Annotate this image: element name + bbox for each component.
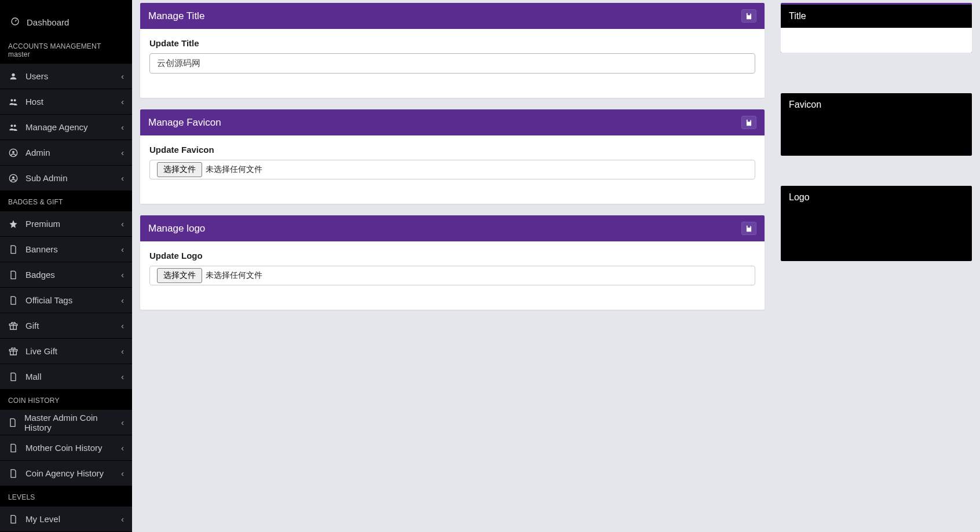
save-favicon-button[interactable] [741, 116, 756, 129]
chevron-left-icon: ‹ [121, 372, 124, 381]
section-header-badges: BADGES & GIFT [0, 191, 132, 211]
sidebar-item-premium[interactable]: Premium ‹ [0, 211, 132, 237]
preview-title: Title [781, 3, 972, 53]
sidebar-item-sub-admin[interactable]: Sub Admin ‹ [0, 166, 132, 191]
sidebar-item-label: My Level [25, 514, 60, 524]
sidebar-item-host[interactable]: Host ‹ [0, 89, 132, 115]
section-header-coin: COIN HISTORY [0, 390, 132, 410]
main-content: Manage Title Update Title Manage Favicon… [132, 0, 980, 532]
sidebar-item-official-tags[interactable]: Official Tags ‹ [0, 288, 132, 313]
preview-logo: Logo [781, 186, 972, 261]
sidebar-item-label: Manage Agency [25, 122, 88, 132]
sidebar-item-label: Admin [25, 148, 50, 157]
doc-icon [8, 372, 19, 381]
sidebar-item-label: Live Gift [25, 346, 57, 356]
sidebar-item-banners[interactable]: Banners ‹ [0, 237, 132, 262]
label-update-logo: Update Logo [149, 251, 755, 261]
sidebar-item-manage-agency[interactable]: Manage Agency ‹ [0, 115, 132, 140]
label-update-favicon: Update Favicon [149, 145, 755, 155]
save-icon [745, 119, 753, 127]
chevron-left-icon: ‹ [121, 321, 124, 331]
sidebar-item-label: Mother Coin History [25, 443, 103, 453]
dashboard-icon [10, 17, 20, 28]
save-title-button[interactable] [741, 9, 756, 23]
chevron-left-icon: ‹ [121, 173, 124, 183]
logo-choose-file-button[interactable]: 选择文件 [157, 268, 202, 283]
panel-title: Manage Favicon [148, 117, 221, 129]
sidebar-item-label: Users [25, 71, 48, 81]
chevron-left-icon: ‹ [121, 97, 124, 107]
chevron-left-icon: ‹ [121, 295, 124, 305]
users-icon [8, 123, 19, 132]
chevron-left-icon: ‹ [121, 244, 124, 254]
panel-manage-logo: Manage logo Update Logo 选择文件 未选择任何文件 [140, 215, 765, 310]
chevron-left-icon: ‹ [121, 346, 124, 356]
sidebar-item-my-level[interactable]: My Level ‹ [0, 507, 132, 532]
doc-icon [8, 245, 19, 254]
sidebar-item-master-admin-coin-history[interactable]: Master Admin Coin History ‹ [0, 410, 132, 435]
sidebar-item-users[interactable]: Users ‹ [0, 64, 132, 89]
sidebar-item-label: Host [25, 97, 43, 107]
circle-user-icon [8, 174, 19, 183]
panel-title: Manage logo [148, 223, 205, 234]
preview-favicon-header: Favicon [781, 93, 972, 116]
preview-title-header: Title [781, 5, 972, 28]
doc-icon [8, 270, 19, 280]
preview-title-body [781, 28, 972, 53]
preview-logo-header: Logo [781, 186, 972, 209]
sidebar-item-label: Master Admin Coin History [24, 413, 114, 432]
sidebar-item-mother-coin-history[interactable]: Mother Coin History ‹ [0, 435, 132, 461]
doc-icon [8, 418, 17, 427]
star-icon [8, 219, 19, 229]
sidebar-item-admin[interactable]: Admin ‹ [0, 140, 132, 166]
sidebar-item-label: Coin Agency History [25, 468, 104, 478]
section-header-levels: LEVELS [0, 486, 132, 507]
favicon-choose-file-button[interactable]: 选择文件 [157, 162, 202, 177]
sidebar-item-label: Official Tags [25, 295, 72, 305]
chevron-left-icon: ‹ [121, 468, 124, 478]
panel-title: Manage Title [148, 10, 204, 22]
sidebar-item-label: Dashboard [27, 17, 69, 27]
sidebar-item-label: Badges [25, 270, 55, 280]
chevron-left-icon: ‹ [121, 417, 124, 427]
panel-manage-title: Manage Title Update Title [140, 3, 765, 98]
sidebar-item-badges[interactable]: Badges ‹ [0, 262, 132, 288]
title-input[interactable] [149, 53, 755, 74]
sidebar-item-label: Mall [25, 372, 42, 381]
chevron-left-icon: ‹ [121, 122, 124, 132]
save-icon [745, 12, 753, 20]
chevron-left-icon: ‹ [121, 71, 124, 81]
preview-favicon-body [781, 116, 972, 156]
save-icon [745, 225, 753, 233]
sidebar-item-dashboard[interactable]: Dashboard [0, 9, 132, 35]
chevron-left-icon: ‹ [121, 219, 124, 229]
doc-icon [8, 296, 19, 305]
chevron-left-icon: ‹ [121, 148, 124, 157]
doc-icon [8, 469, 19, 478]
chevron-left-icon: ‹ [121, 443, 124, 453]
preview-favicon: Favicon [781, 93, 972, 156]
gift-icon [8, 321, 19, 331]
user-icon [8, 72, 19, 81]
circle-user-icon [8, 148, 19, 157]
favicon-file-input[interactable]: 选择文件 未选择任何文件 [149, 160, 755, 179]
label-update-title: Update Title [149, 38, 755, 48]
sidebar-item-label: Sub Admin [25, 173, 68, 183]
svg-point-2 [12, 151, 14, 153]
save-logo-button[interactable] [741, 222, 756, 235]
sidebar-item-label: Gift [25, 321, 39, 331]
sidebar-item-live-gift[interactable]: Live Gift ‹ [0, 339, 132, 364]
svg-point-4 [12, 176, 14, 178]
panel-manage-favicon: Manage Favicon Update Favicon 选择文件 未选择任何… [140, 109, 765, 204]
doc-icon [8, 443, 19, 453]
doc-icon [8, 515, 19, 524]
sidebar-item-coin-agency-history[interactable]: Coin Agency History ‹ [0, 461, 132, 486]
users-icon [8, 97, 19, 107]
sidebar-item-label: Premium [25, 219, 60, 229]
sidebar-item-mall[interactable]: Mall ‹ [0, 364, 132, 390]
favicon-file-status: 未选择任何文件 [206, 164, 262, 175]
chevron-left-icon: ‹ [121, 270, 124, 280]
logo-file-input[interactable]: 选择文件 未选择任何文件 [149, 266, 755, 285]
sidebar-item-gift[interactable]: Gift ‹ [0, 313, 132, 339]
logo-file-status: 未选择任何文件 [206, 270, 262, 281]
